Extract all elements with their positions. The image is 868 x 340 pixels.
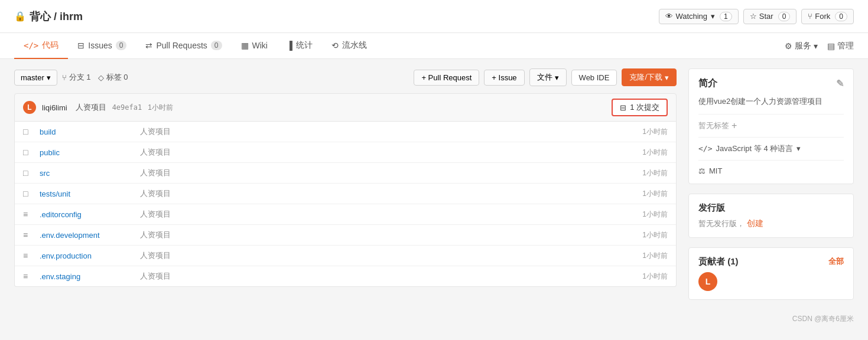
tab-manage[interactable]: ▤ 管理: [827, 41, 854, 51]
file-chevron-icon: ▾: [555, 73, 559, 82]
tab-issues-label: Issues: [88, 41, 112, 50]
file-name[interactable]: .env.staging: [40, 272, 134, 281]
fork-count: 0: [835, 12, 847, 21]
file-button[interactable]: 文件 ▾: [529, 68, 567, 86]
release-title: 发行版: [698, 202, 844, 214]
commit-author[interactable]: liqi6limi: [42, 103, 67, 112]
file-commit-msg: 人资项目: [140, 250, 620, 261]
commit-count-button[interactable]: ⊟ 1 次提交: [612, 99, 668, 116]
repo-content: master ▾ ⑂ 分支 1 ◇ 标签 0 + Pull Request + …: [14, 68, 677, 329]
pipeline-icon: ⟲: [331, 41, 339, 50]
branch-name: master: [21, 73, 44, 82]
contributor-avatar[interactable]: L: [698, 272, 717, 291]
tag-icon: ◇: [98, 73, 104, 82]
contrib-all-link[interactable]: 全部: [828, 256, 844, 267]
tab-code-label: 代码: [42, 40, 58, 51]
lang-chevron-icon: ▾: [797, 144, 801, 153]
fork-icon: ⑂: [808, 12, 812, 21]
watching-button[interactable]: 👁 Watching ▾ 1: [659, 9, 738, 24]
file-commit-msg: 人资项目: [140, 147, 620, 158]
pull-request-button[interactable]: + Pull Request: [414, 70, 479, 86]
main-content: master ▾ ⑂ 分支 1 ◇ 标签 0 + Pull Request + …: [0, 59, 868, 338]
file-name[interactable]: tests/unit: [40, 189, 134, 198]
file-name[interactable]: .env.development: [40, 231, 134, 240]
tab-pipeline-label: 流水线: [342, 40, 367, 51]
file-time: 1小时前: [626, 127, 668, 137]
file-row: □ build 人资项目 1小时前: [15, 122, 676, 142]
tag-count[interactable]: ◇ 标签 0: [98, 72, 128, 83]
tab-wiki[interactable]: ▦ Wiki: [232, 33, 277, 59]
file-name[interactable]: public: [40, 148, 134, 157]
file-commit-msg: 人资项目: [140, 126, 620, 137]
issue-button[interactable]: + Issue: [484, 70, 524, 86]
file-time: 1小时前: [626, 210, 668, 220]
file-row: ≡ .env.staging 人资项目 1小时前: [15, 266, 676, 286]
nav-right: ⚙ 服务 ▾ ▤ 管理: [785, 41, 854, 51]
sidebar-desc: 使用vue2创建一个人力资源管理项目: [698, 96, 844, 108]
file-row: □ public 人资项目 1小时前: [15, 142, 676, 163]
file-icon: ≡: [23, 230, 34, 240]
release-no-text: 暂无发行版，: [698, 219, 745, 228]
code-lang-icon: </>: [698, 144, 712, 153]
webide-button[interactable]: Web IDE: [571, 70, 617, 86]
eye-icon: 👁: [665, 12, 673, 21]
pull-request-label: + Pull Request: [421, 73, 472, 82]
file-time: 1小时前: [626, 148, 668, 158]
stats-icon: ▐: [287, 41, 292, 50]
lang-label: JavaScript 等 4 种语言: [716, 143, 793, 154]
tag-count-label: 标签 0: [106, 72, 128, 83]
release-text: 暂无发行版， 创建: [698, 218, 844, 229]
file-icon: ≡: [23, 210, 34, 219]
tab-pipeline[interactable]: ⟲ 流水线: [322, 33, 376, 59]
footer-note: CSDN @离奇6厘米: [688, 309, 854, 329]
tab-stats[interactable]: ▐ 统计: [277, 33, 322, 59]
tab-pullrequests[interactable]: ⇄ Pull Requests 0: [136, 33, 231, 59]
file-name[interactable]: build: [40, 128, 134, 136]
clone-chevron-icon: ▾: [665, 73, 669, 82]
pr-badge: 0: [211, 41, 222, 50]
file-time: 1小时前: [626, 230, 668, 240]
tab-pr-label: Pull Requests: [156, 41, 207, 50]
contrib-title-text: 贡献者 (1): [698, 256, 739, 267]
release-create-link[interactable]: 创建: [747, 218, 763, 228]
services-chevron-icon: ▾: [814, 41, 818, 51]
edit-icon[interactable]: ✎: [836, 78, 844, 89]
commit-count-label: 1 次提交: [630, 102, 659, 113]
lock-icon: 🔒: [14, 11, 26, 22]
sidebar-license: ⚖ MIT: [698, 166, 844, 175]
branch-icon: ⑂: [62, 73, 67, 82]
file-name[interactable]: src: [40, 169, 134, 178]
fork-button[interactable]: ⑂ Fork 0: [801, 9, 854, 24]
folder-icon: □: [23, 127, 34, 136]
sidebar-language[interactable]: </> JavaScript 等 4 种语言 ▾: [698, 143, 844, 154]
sidebar-intro-title: 简介 ✎: [698, 77, 844, 90]
file-name[interactable]: .editorconfig: [40, 210, 134, 219]
folder-icon: □: [23, 148, 34, 157]
webide-label: Web IDE: [579, 73, 610, 82]
commit-hash[interactable]: 4e9efa1: [112, 103, 142, 112]
add-tag-icon[interactable]: +: [732, 120, 737, 131]
branch-selector[interactable]: master ▾: [14, 70, 57, 86]
file-commit-msg: 人资项目: [140, 230, 620, 240]
tab-issues[interactable]: ⊟ Issues 0: [68, 33, 136, 59]
file-row: ≡ .editorconfig 人资项目 1小时前: [15, 204, 676, 225]
sidebar: 简介 ✎ 使用vue2创建一个人力资源管理项目 暂无标签 + </> JavaS…: [688, 68, 854, 329]
tab-code[interactable]: </> 代码: [14, 33, 68, 59]
repo-title-text: 背心 / ihrm: [30, 9, 83, 24]
branch-count-label: 分支 1: [69, 72, 91, 83]
file-name[interactable]: .env.production: [40, 251, 134, 260]
file-commit-msg: 人资项目: [140, 168, 620, 178]
star-button[interactable]: ☆ Star 0: [743, 9, 797, 24]
contrib-title: 贡献者 (1) 全部: [698, 256, 844, 267]
branch-count[interactable]: ⑂ 分支 1: [62, 72, 91, 83]
tab-wiki-label: Wiki: [252, 41, 268, 50]
clone-button[interactable]: 克隆/下载 ▾: [622, 68, 677, 86]
header: 🔒 背心 / ihrm 👁 Watching ▾ 1 ☆ Star 0 ⑂ Fo…: [0, 0, 868, 33]
commit-row: L liqi6limi 人资项目 4e9efa1 1小时前 ⊟ 1 次提交: [14, 93, 677, 122]
manage-icon: ▤: [827, 41, 835, 51]
code-icon: </>: [24, 41, 38, 50]
commit-avatar: L: [23, 101, 36, 114]
branch-bar: master ▾ ⑂ 分支 1 ◇ 标签 0 + Pull Request + …: [14, 68, 677, 86]
tab-services[interactable]: ⚙ 服务 ▾: [785, 41, 818, 51]
file-commit-msg: 人资项目: [140, 271, 620, 282]
